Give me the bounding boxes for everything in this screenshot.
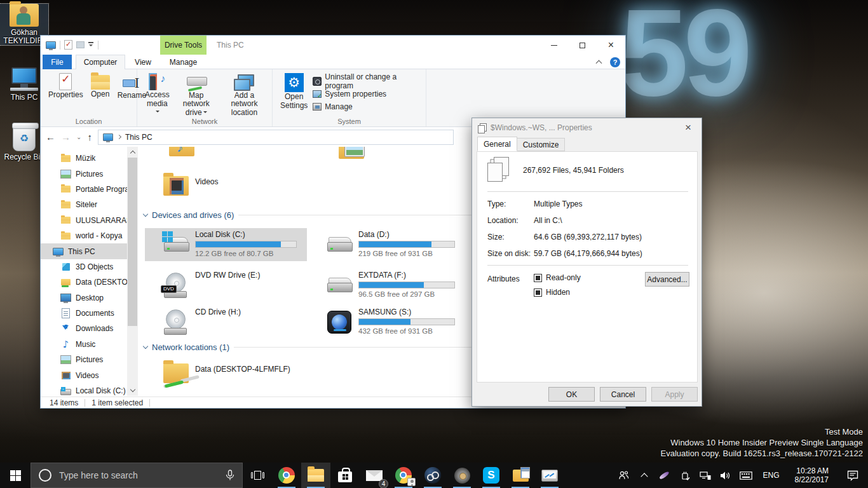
scroll-down-icon[interactable] bbox=[127, 385, 138, 396]
scroll-up-icon[interactable] bbox=[127, 147, 138, 158]
title-bar[interactable]: Drive Tools This PC bbox=[41, 36, 625, 55]
volume-icon[interactable] bbox=[719, 463, 733, 488]
language-indicator[interactable]: ENG bbox=[759, 471, 783, 480]
music-folder-icon-partial[interactable] bbox=[169, 147, 194, 156]
taskbar-app-file-explorer[interactable] bbox=[301, 463, 330, 488]
breadcrumb[interactable]: This PC bbox=[98, 130, 454, 145]
network-folder-icon bbox=[60, 277, 71, 287]
sidebar-item-videos[interactable]: Videos bbox=[41, 367, 138, 383]
sidebar-item-pictures[interactable]: Pictures bbox=[41, 166, 138, 181]
back-button[interactable]: ← bbox=[46, 132, 55, 142]
close-button[interactable] bbox=[597, 36, 625, 55]
pen-tray-icon[interactable] bbox=[658, 463, 672, 488]
sidebar-item-world-kopya[interactable]: world - Kopya bbox=[41, 228, 138, 243]
videos-folder-tile[interactable]: Videos bbox=[145, 169, 307, 202]
dialog-close-icon[interactable] bbox=[675, 118, 702, 137]
task-view-button[interactable] bbox=[243, 463, 272, 488]
drive-tile-extdata-f[interactable]: EXTDATA (F:) 96.5 GB free of 297 GB bbox=[308, 269, 469, 302]
readonly-checkbox[interactable]: Read-only bbox=[534, 273, 581, 282]
sidebar-item-documents[interactable]: Documents bbox=[41, 306, 138, 321]
breadcrumb-path[interactable]: This PC bbox=[125, 133, 153, 142]
checkbox-mixed-icon[interactable] bbox=[534, 274, 542, 282]
up-button[interactable]: ↑ bbox=[87, 132, 92, 142]
drive-tile-data-d[interactable]: Data (D:) 219 GB free of 931 GB bbox=[308, 228, 469, 261]
uninstall-program-button[interactable]: Uninstall or change a program bbox=[313, 76, 422, 86]
touch-keyboard-icon[interactable] bbox=[739, 463, 753, 488]
apply-button[interactable]: Apply bbox=[651, 387, 698, 402]
sidebar-item-this-pc[interactable]: This PC bbox=[41, 243, 138, 259]
taskbar-app-chrome-profile[interactable] bbox=[389, 463, 418, 488]
cancel-button[interactable]: Cancel bbox=[600, 387, 646, 402]
sidebar-item-data-network[interactable]: Data (DESKTOP-.. bbox=[41, 274, 138, 290]
sidebar-item-uluslararasi[interactable]: ULUSLARARASI İ bbox=[41, 213, 138, 228]
taskbar-app-skype[interactable] bbox=[477, 463, 506, 488]
qat-properties-icon[interactable] bbox=[64, 40, 72, 50]
dialog-title-bar[interactable]: $Windows.~WS, ... Properties bbox=[472, 118, 702, 137]
manage-button[interactable]: Manage bbox=[313, 101, 422, 112]
network-icon[interactable] bbox=[698, 463, 712, 488]
drive-tile-cd-h[interactable]: CD Drive (H:) bbox=[145, 306, 307, 339]
folder-icon bbox=[60, 200, 71, 210]
ok-button[interactable]: OK bbox=[548, 387, 595, 402]
sidebar-item-desktop[interactable]: Desktop bbox=[41, 290, 138, 306]
system-properties-button[interactable]: System properties bbox=[313, 88, 422, 99]
pictures-folder-icon-partial[interactable] bbox=[339, 147, 364, 159]
tab-customize[interactable]: Customize bbox=[517, 138, 566, 151]
network-location-tile[interactable]: Data (DESKTOP-4LFMFLF) bbox=[145, 356, 348, 390]
breadcrumb-chevron-icon[interactable] bbox=[117, 135, 121, 139]
sidebar-item-3d-objects[interactable]: 3D Objects bbox=[41, 259, 138, 274]
sidebar-item-music[interactable]: Music bbox=[41, 337, 138, 352]
minimize-button[interactable] bbox=[539, 36, 568, 55]
sidebar-item-downloads[interactable]: Downloads bbox=[41, 321, 138, 336]
sidebar-scrollbar[interactable] bbox=[127, 147, 138, 396]
drive-tools-context-tab[interactable]: Drive Tools bbox=[160, 36, 207, 55]
hard-drive-icon bbox=[163, 236, 189, 253]
qat-new-folder-icon[interactable] bbox=[76, 41, 85, 48]
taskbar-search[interactable]: Type here to search bbox=[31, 463, 243, 488]
sidebar-item-portable-program[interactable]: Portable Progra bbox=[41, 182, 138, 197]
taskbar-app-chrome[interactable] bbox=[272, 463, 301, 488]
collapse-ribbon-icon[interactable] bbox=[596, 60, 602, 67]
usb-safely-remove-icon[interactable] bbox=[678, 463, 692, 488]
drive-tile-local-disk-c[interactable]: Local Disk (C:) 12.2 GB free of 80.7 GB bbox=[145, 228, 307, 261]
tab-manage[interactable]: Manage bbox=[160, 55, 207, 69]
collapse-section-icon[interactable] bbox=[143, 344, 148, 349]
taskbar-app-microsoft-store[interactable] bbox=[330, 463, 360, 488]
taskbar-app-steam[interactable] bbox=[418, 463, 447, 488]
checkbox-mixed-icon[interactable] bbox=[534, 288, 542, 297]
action-center-button[interactable] bbox=[840, 470, 865, 481]
tab-general[interactable]: General bbox=[477, 137, 517, 151]
sidebar-item-siteler[interactable]: Siteler bbox=[41, 197, 138, 212]
tab-view[interactable]: View bbox=[128, 55, 158, 69]
taskbar-app-system-monitor[interactable] bbox=[535, 463, 564, 488]
sidebar-item-pictures-2[interactable]: Pictures bbox=[41, 352, 138, 367]
help-icon[interactable] bbox=[610, 57, 620, 67]
qat-customize-dropdown-icon[interactable] bbox=[88, 42, 94, 48]
access-media-button[interactable]: Access media bbox=[142, 72, 172, 118]
start-button[interactable] bbox=[0, 463, 31, 488]
sidebar-item-muzik[interactable]: Müzik bbox=[41, 151, 138, 166]
recent-locations-dropdown-icon[interactable]: ⌄ bbox=[76, 133, 81, 140]
hidden-checkbox[interactable]: Hidden bbox=[534, 288, 570, 297]
taskbar-clock[interactable]: 10:28 AM 8/22/2017 bbox=[790, 466, 834, 484]
forward-button[interactable]: → bbox=[61, 132, 71, 142]
drive-tile-dvd-e[interactable]: DVD DVD RW Drive (E:) bbox=[145, 269, 307, 302]
open-button[interactable]: Open bbox=[88, 72, 112, 101]
show-hidden-icons-chevron[interactable] bbox=[637, 463, 651, 488]
taskbar-app-disk-manager[interactable] bbox=[447, 463, 477, 488]
tab-file[interactable]: File bbox=[43, 55, 72, 69]
scrollbar-thumb[interactable] bbox=[128, 158, 137, 326]
map-network-drive-button[interactable]: Map network drive bbox=[175, 72, 218, 118]
advanced-button[interactable]: Advanced... bbox=[645, 272, 689, 287]
taskbar-app-mail[interactable]: 4 bbox=[360, 463, 389, 488]
collapse-section-icon[interactable] bbox=[143, 212, 148, 217]
maximize-button[interactable] bbox=[568, 36, 597, 55]
properties-button[interactable]: Properties bbox=[46, 72, 86, 101]
open-settings-button[interactable]: Open Settings bbox=[278, 72, 310, 112]
tab-computer[interactable]: Computer bbox=[76, 55, 125, 69]
sidebar-item-local-disk-c[interactable]: Local Disk (C:) bbox=[41, 383, 138, 396]
taskbar-app-program-folder[interactable] bbox=[506, 463, 535, 488]
people-icon[interactable] bbox=[617, 463, 631, 488]
add-network-location-button[interactable]: Add a network location bbox=[220, 72, 268, 118]
drive-tile-samsung-s[interactable]: SAMSUNG (S:) 432 GB free of 931 GB bbox=[308, 306, 469, 339]
